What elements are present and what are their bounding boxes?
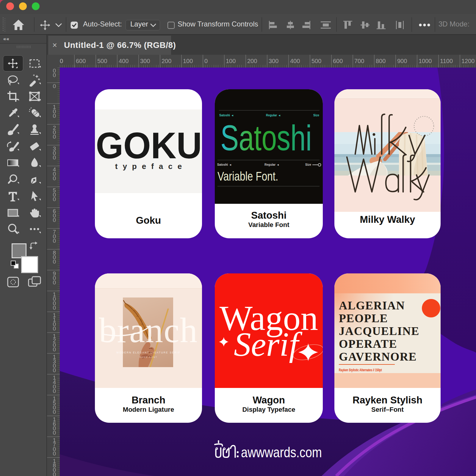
svg-text:GOKU: GOKU [96,125,202,166]
svg-text:Satoshi: Satoshi [220,118,312,158]
svg-text:awwwards.com: awwwards.com [241,444,322,460]
